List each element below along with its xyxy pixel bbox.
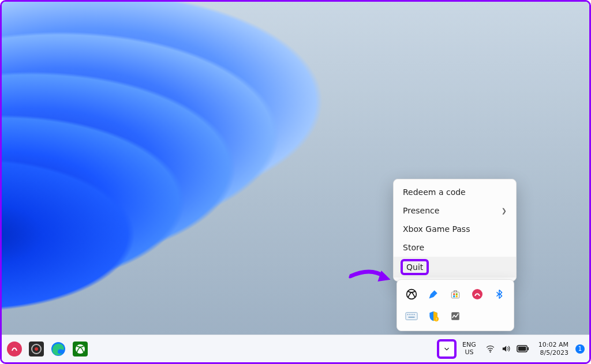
ctx-xbox-game-pass[interactable]: Xbox Game Pass (394, 220, 516, 238)
snagit-icon[interactable] (469, 286, 485, 302)
ctx-redeem-code[interactable]: Redeem a code (394, 183, 516, 201)
tray-overflow-flyout: ! (397, 279, 514, 331)
obs-icon[interactable] (28, 341, 44, 357)
ctx-item-label: Quit (403, 261, 427, 273)
svg-rect-10 (412, 314, 413, 315)
taskbar-system-area: ENG US 10:02 AM 8/5/2023 1 (438, 340, 585, 358)
ctx-store[interactable]: Store (394, 238, 516, 257)
svg-rect-24 (518, 347, 526, 351)
svg-rect-2 (453, 294, 455, 295)
xbox-icon[interactable] (72, 341, 88, 357)
svg-rect-1 (451, 292, 459, 298)
clock-time: 10:02 AM (538, 341, 568, 348)
svg-rect-5 (456, 295, 458, 297)
touch-keyboard-icon[interactable] (403, 308, 420, 324)
svg-rect-8 (407, 314, 409, 315)
bluetooth-icon[interactable] (491, 286, 507, 302)
clock[interactable]: 10:02 AM 8/5/2023 (536, 341, 571, 356)
ctx-item-label: Presence (403, 206, 439, 215)
chevron-down-icon (443, 345, 451, 353)
svg-rect-4 (453, 295, 455, 297)
svg-text:!: ! (436, 317, 437, 322)
microsoft-store-icon[interactable] (447, 286, 463, 302)
notification-badge[interactable]: 1 (575, 344, 585, 354)
svg-point-0 (407, 290, 417, 299)
svg-rect-3 (456, 294, 458, 295)
task-manager-icon[interactable] (447, 308, 463, 324)
taskbar: ENG US 10:02 AM 8/5/2023 1 (2, 335, 589, 362)
svg-rect-7 (406, 313, 417, 320)
wifi-icon (485, 344, 495, 354)
chevron-right-icon: ❯ (502, 207, 507, 215)
system-icons[interactable] (483, 344, 532, 354)
edge-icon[interactable] (50, 341, 66, 357)
ctx-quit[interactable]: Quit (394, 257, 516, 277)
svg-rect-25 (528, 347, 529, 351)
battery-icon (517, 345, 529, 352)
svg-rect-12 (409, 317, 415, 318)
language-indicator[interactable]: ENG US (460, 342, 478, 355)
ctx-item-label: Store (403, 243, 424, 252)
ctx-item-label: Redeem a code (403, 187, 466, 197)
language-line2: US (462, 349, 476, 356)
svg-point-22 (489, 351, 491, 352)
xbox-icon[interactable] (403, 286, 420, 302)
windows-security-icon[interactable]: ! (425, 308, 442, 324)
xbox-context-menu: Redeem a code Presence ❯ Xbox Game Pass … (393, 179, 517, 282)
ctx-presence[interactable]: Presence ❯ (394, 201, 516, 220)
notification-count: 1 (578, 346, 582, 352)
ctx-item-label: Xbox Game Pass (403, 224, 470, 234)
clock-date: 8/5/2023 (538, 349, 568, 357)
tray-overflow-button[interactable] (438, 340, 455, 358)
pen-icon[interactable] (425, 286, 442, 302)
svg-point-18 (35, 347, 38, 351)
snagit-icon[interactable] (6, 341, 23, 357)
svg-rect-9 (409, 314, 410, 315)
language-line1: ENG (462, 342, 476, 348)
svg-rect-11 (414, 314, 415, 315)
volume-icon (501, 344, 511, 354)
taskbar-pinned-apps (6, 341, 88, 357)
